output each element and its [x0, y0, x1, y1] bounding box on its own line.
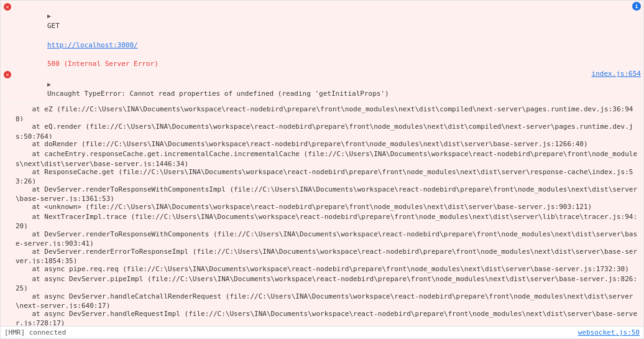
- stack-frame-2: at doRender (file://C:\Users\INA\Documen…: [1, 139, 643, 149]
- stack-frame-13: at async DevServer.handleRequestImpl (fi…: [1, 309, 643, 326]
- error-row-content: ▶ Uncaught TypeError: Cannot read proper…: [14, 70, 587, 108]
- expand-arrow[interactable]: ▶: [47, 12, 51, 19]
- stack-frame-10: at async pipe.req.req (file://C:\Users\I…: [1, 264, 643, 274]
- stack-frame-3: at cacheEntry.responseCache.get.incremen…: [1, 149, 643, 166]
- request-url[interactable]: http://localhost:3000/: [47, 41, 138, 49]
- error-circle-icon2: ✕: [4, 71, 11, 78]
- uncaught-error-icon: ✕: [3, 70, 12, 79]
- stack-frame-1: at eQ.render (file://C:\Users\INA\Docume…: [1, 121, 643, 139]
- stack-frame-text-2: at doRender (file://C:\Users\INA\Documen…: [16, 139, 641, 149]
- stack-frame-4: at ResponseCache.get (file://C:\Users\IN…: [1, 167, 643, 184]
- uncaught-error-row: ✕ ▶ Uncaught TypeError: Cannot read prop…: [1, 68, 643, 104]
- console-panel: ✕ ▶ GET http://localhost:3000/ 500 (Inte…: [0, 0, 644, 339]
- info-icon[interactable]: i: [632, 2, 641, 11]
- console-rows: ✕ ▶ GET http://localhost:3000/ 500 (Inte…: [1, 1, 643, 338]
- error-circle-icon: ✕: [4, 3, 11, 11]
- stack-frame-7: at NextTracerImpl.trace (file://C:\Users…: [1, 211, 643, 229]
- stack-frame-text-10: at async pipe.req.req (file://C:\Users\I…: [16, 264, 641, 274]
- stack-frame-11: at async DevServer.pipeImpl (file://C:\U…: [1, 274, 643, 291]
- network-row-content: ▶ GET http://localhost:3000/ 500 (Intern…: [14, 2, 625, 78]
- stack-frame-5: at DevServer.renderToResponseWithCompone…: [1, 184, 643, 202]
- error-message-text: Uncaught TypeError: Cannot read properti…: [47, 90, 389, 98]
- network-error-icon: ✕: [3, 2, 12, 11]
- http-method: GET: [47, 22, 60, 30]
- network-error-row: ✕ ▶ GET http://localhost:3000/ 500 (Inte…: [1, 1, 643, 68]
- stack-frame-12: at async DevServer.handleCatchallRenderR…: [1, 291, 643, 309]
- http-status: 500 (Internal Server Error): [47, 60, 159, 68]
- stack-frame-text-6: at <unknown> (file://C:\Users\INA\Docume…: [16, 202, 641, 211]
- expand-arrow2[interactable]: ▶: [47, 81, 51, 88]
- stack-frame-6: at <unknown> (file://C:\Users\INA\Docume…: [1, 202, 643, 211]
- stack-frame-8: at DevServer.renderToResponseWithCompone…: [1, 229, 643, 246]
- hmr-row: [HMR] connected websocket.js:50: [1, 326, 643, 338]
- stack-frame-0: at eZ (file://C:\Users\INA\Documents\wor…: [1, 104, 643, 121]
- stack-frame-9: at DevServer.renderErrorToResponseImpl (…: [1, 246, 643, 264]
- hmr-text: [HMR] connected: [4, 328, 578, 337]
- error-row-link[interactable]: index.js:654: [592, 70, 641, 78]
- hmr-link[interactable]: websocket.js:50: [578, 328, 640, 337]
